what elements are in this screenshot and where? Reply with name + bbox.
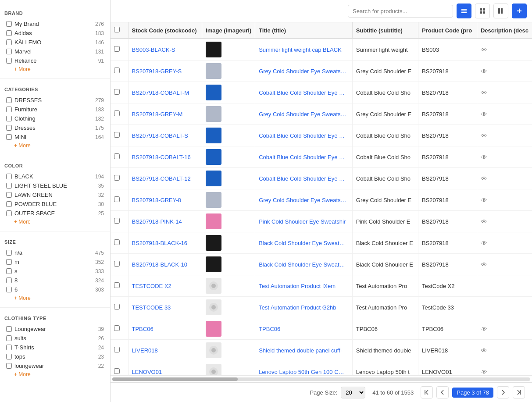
select-all-header[interactable] [111, 22, 128, 39]
sidebar-item[interactable]: KÄLLEMO 146 [4, 38, 106, 47]
sidebar-checkbox[interactable] [6, 201, 12, 207]
sidebar-item[interactable]: T-Shirts 24 [4, 343, 106, 352]
page-size-select[interactable]: 102050100 [341, 387, 365, 398]
column-header-stockcode[interactable]: Stock Code (stockcode) [128, 22, 202, 39]
row-checkbox[interactable] [114, 89, 120, 95]
stockcode-link[interactable]: BS207918-GREY-S [132, 68, 182, 75]
sidebar-checkbox[interactable] [6, 107, 12, 112]
size-more-link[interactable]: + More [4, 294, 106, 304]
row-checkbox[interactable] [114, 196, 120, 202]
row-select-cell[interactable] [111, 275, 128, 297]
row-select-cell[interactable] [111, 318, 128, 340]
sidebar-checkbox[interactable] [6, 259, 12, 265]
title-link[interactable]: Summer light weight cap BLACK [259, 46, 346, 53]
sidebar-item[interactable]: MINI 164 [4, 132, 106, 142]
stockcode-link[interactable]: TPBC06 [132, 326, 154, 332]
title-link[interactable]: Grey Cold Shoulder Eye Sweatshir [259, 68, 346, 75]
sidebar-checkbox[interactable] [6, 97, 12, 103]
last-page-button[interactable] [513, 386, 525, 398]
sidebar-checkbox[interactable] [6, 326, 12, 332]
row-select-cell[interactable] [111, 361, 128, 376]
sidebar-item[interactable]: Dresses 175 [4, 123, 106, 132]
sidebar-checkbox[interactable] [6, 39, 12, 45]
stockcode-link[interactable]: BS207918-BLACK-16 [132, 240, 187, 246]
title-link[interactable]: Lenovo Laptop 50th Gen 100 Core [259, 369, 346, 375]
title-link[interactable]: Shield themed double panel cuff- [259, 347, 346, 354]
row-select-cell[interactable] [111, 168, 128, 189]
title-link[interactable]: Grey Cold Shoulder Eye Sweatshir [259, 111, 346, 117]
sidebar-item[interactable]: suits 26 [4, 334, 106, 343]
columns-view-button[interactable] [493, 4, 508, 18]
stockcode-link[interactable]: BS207918-COBALT-16 [132, 154, 191, 160]
row-checkbox[interactable] [114, 153, 120, 159]
view-icon[interactable]: 👁 [481, 239, 487, 247]
sidebar-item[interactable]: Adidas 183 [4, 28, 106, 38]
row-select-cell[interactable] [111, 189, 128, 211]
row-checkbox[interactable] [114, 218, 120, 224]
view-icon[interactable]: 👁 [481, 325, 487, 333]
stockcode-link[interactable]: BS207918-COBALT-M [132, 89, 189, 96]
view-icon[interactable]: 👁 [481, 196, 487, 204]
next-page-button[interactable] [497, 386, 509, 398]
sidebar-checkbox[interactable] [6, 250, 12, 256]
view-icon[interactable]: 👁 [481, 347, 487, 354]
sidebar-checkbox[interactable] [6, 354, 12, 359]
sidebar-item[interactable]: Marvel 131 [4, 47, 106, 56]
row-select-cell[interactable] [111, 146, 128, 168]
sidebar-item[interactable]: s 333 [4, 267, 106, 276]
sidebar-checkbox[interactable] [6, 277, 12, 283]
row-select-cell[interactable] [111, 211, 128, 232]
sidebar-checkbox[interactable] [6, 58, 12, 64]
view-icon[interactable]: 👁 [481, 218, 487, 225]
stockcode-link[interactable]: BS207918-PINK-14 [132, 218, 182, 225]
stockcode-link[interactable]: TESTCODE X2 [132, 283, 171, 289]
sidebar-checkbox[interactable] [6, 30, 12, 36]
clothing-type-more-link[interactable]: + More [4, 370, 106, 380]
sidebar-checkbox[interactable] [6, 49, 12, 54]
sidebar-item[interactable]: loungewear 22 [4, 361, 106, 370]
stockcode-link[interactable]: BS003-BLACK-S [132, 46, 175, 53]
sidebar-item[interactable]: n/a 475 [4, 248, 106, 257]
stockcode-link[interactable]: BS207918-BLACK-10 [132, 261, 187, 268]
sidebar-item[interactable]: OUTER SPACE 25 [4, 209, 106, 218]
stockcode-link[interactable]: BS207918-GREY-M [132, 111, 183, 117]
grid-view-button[interactable] [475, 4, 490, 18]
brand-more-link[interactable]: + More [4, 65, 106, 75]
row-select-cell[interactable] [111, 254, 128, 275]
title-link[interactable]: Black Cold Shoulder Eye Sweatshl [259, 261, 346, 268]
sidebar-item[interactable]: Reliance 91 [4, 56, 106, 65]
title-link[interactable]: Cobalt Blue Cold Shoulder Eye Sw [259, 132, 346, 139]
sidebar-item[interactable]: BLACK 194 [4, 172, 106, 181]
row-checkbox[interactable] [114, 347, 120, 352]
sidebar-item[interactable]: DRESSES 279 [4, 96, 106, 105]
sidebar-checkbox[interactable] [6, 116, 12, 121]
row-checkbox[interactable] [114, 282, 120, 288]
title-link[interactable]: Cobalt Blue Cold Shoulder Eye Sw [259, 89, 346, 96]
row-checkbox[interactable] [114, 325, 120, 331]
sidebar-item[interactable]: Clothing 182 [4, 114, 106, 123]
view-icon[interactable]: 👁 [481, 132, 487, 139]
stockcode-link[interactable]: LIVER018 [132, 347, 158, 354]
color-more-link[interactable]: + More [4, 218, 106, 228]
row-select-cell[interactable] [111, 340, 128, 361]
stockcode-link[interactable]: LENOVO01 [132, 369, 162, 375]
sidebar-checkbox[interactable] [6, 268, 12, 274]
column-header-subtitle[interactable]: Subtitle (subtitle) [352, 22, 418, 39]
row-checkbox[interactable] [114, 46, 120, 52]
row-checkbox[interactable] [114, 110, 120, 116]
view-icon[interactable]: 👁 [481, 153, 487, 161]
title-link[interactable]: Cobalt Blue Cold Shoulder Eye Sw [259, 154, 346, 160]
sidebar-checkbox[interactable] [6, 363, 12, 369]
view-icon[interactable]: 👁 [481, 175, 487, 182]
title-link[interactable]: TPBC06 [259, 326, 346, 332]
sidebar-item[interactable]: tops 23 [4, 352, 106, 361]
sidebar-checkbox[interactable] [6, 335, 12, 341]
row-select-cell[interactable] [111, 82, 128, 103]
sidebar-item[interactable]: Furniture 183 [4, 105, 106, 114]
row-checkbox[interactable] [114, 368, 120, 374]
sidebar-checkbox[interactable] [6, 345, 12, 350]
sidebar-checkbox[interactable] [6, 183, 12, 189]
sidebar-item[interactable]: m 352 [4, 257, 106, 267]
row-select-cell[interactable] [111, 232, 128, 254]
sidebar-checkbox[interactable] [6, 174, 12, 179]
